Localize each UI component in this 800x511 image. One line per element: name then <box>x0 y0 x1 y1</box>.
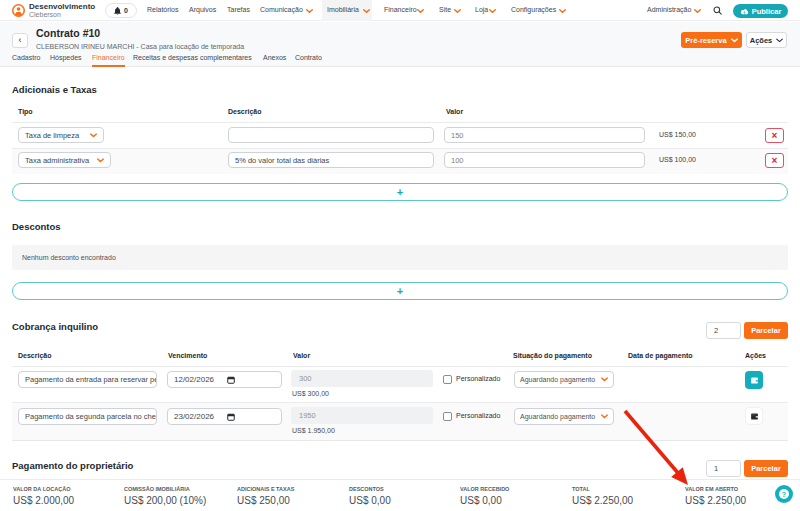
svg-text:?: ? <box>782 491 786 498</box>
